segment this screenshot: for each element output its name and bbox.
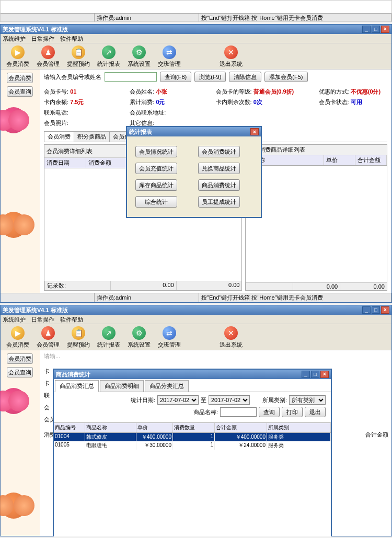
stat-staff[interactable]: 员工提成统计 (198, 196, 240, 208)
menu-sys[interactable]: 系统维护 (3, 316, 26, 323)
query-button[interactable]: 查询(F8) (160, 72, 191, 82)
pquery-button[interactable]: 查询 (259, 407, 280, 417)
tool-member-mgmt[interactable]: ♟会员管理 (35, 326, 61, 348)
tool-shift[interactable]: ⇄交班管理 (156, 326, 182, 348)
menu-daily[interactable]: 日常操作 (31, 316, 54, 323)
tool-member-mgmt[interactable]: ♟会员管理 (35, 45, 61, 67)
minimize-button[interactable]: _ (302, 371, 310, 378)
gear-icon: ⚙ (132, 45, 146, 59)
menu-help[interactable]: 软件帮助 (60, 316, 83, 323)
shift-icon: ⇄ (163, 45, 176, 59)
tool-shift[interactable]: ⇄交班管理 (156, 45, 182, 67)
pexit-button[interactable]: 退出 (305, 407, 326, 417)
toolbar: ▶会员消费 ♟会员管理 📋提醒预约 ↗统计报表 ⚙系统设置 ⇄交班管理 ✕退出系… (1, 43, 391, 70)
side-consume[interactable]: 会员消费 (7, 353, 33, 364)
side-query[interactable]: 会员查询 (7, 86, 33, 97)
flower-decoration (1, 212, 27, 238)
play-icon: ▶ (11, 45, 25, 59)
tool-stats[interactable]: ↗统计报表 (96, 45, 122, 67)
tool-settings[interactable]: ⚙系统设置 (126, 45, 152, 67)
pprint-button[interactable]: 打印 (282, 407, 303, 417)
card-status: 可用 (351, 99, 362, 105)
gear-icon: ⚙ (132, 326, 146, 340)
stat-member-recharge[interactable]: 会员充值统计 (135, 163, 177, 174)
clear-button[interactable]: 清除信息 (229, 72, 261, 82)
search-label: 请输入会员编号或姓名 (44, 73, 101, 81)
tool-consume[interactable]: ▶会员消费 (5, 326, 31, 348)
sidebar: 会员消费 会员查询 (1, 70, 40, 293)
tab-points[interactable]: 积分换商品 (74, 131, 110, 142)
close-icon: ✕ (224, 326, 238, 340)
product-stats-dialog: 商品消费统计 _ □ × 商品消费汇总 商品消费明细 商品分类汇总 统计日期: … (53, 369, 332, 536)
minimize-button[interactable]: _ (362, 306, 371, 314)
main-panel: 请输入会员编号或姓名 查询(F8) 浏览(F9) 清除信息 添加会员(F5) 会… (40, 70, 391, 293)
member-name: 小张 (156, 88, 167, 95)
window-title: 美发管理系统V4.1 标准版 (3, 26, 361, 33)
ptab-detail[interactable]: 商品消费明细 (100, 380, 144, 392)
stat-exchange[interactable]: 兑换商品统计 (198, 163, 240, 174)
top-fragment: 操作员:admin 按"End"键打开钱箱 按"Home"键用无卡会员消费 (0, 0, 392, 22)
key-hint: 按"End"键打开钱箱 按"Home"键用无卡会员消费 (201, 15, 323, 21)
close-icon: ✕ (224, 45, 238, 59)
side-consume[interactable]: 会员消费 (7, 73, 33, 83)
dialog-title: 商品消费统计 (56, 371, 301, 379)
product-list-panel: 会员消费商品详细列表 品名称单价合计金额 0.000.00 (245, 144, 387, 291)
menu-daily[interactable]: 日常操作 (31, 36, 54, 42)
tool-reminder[interactable]: 📋提醒预约 (65, 326, 91, 348)
flower-decoration (1, 107, 27, 133)
menu-sys[interactable]: 系统维护 (3, 36, 26, 42)
browse-button[interactable]: 浏览(F9) (194, 72, 226, 82)
maximize-button[interactable]: □ (372, 26, 380, 33)
side-query[interactable]: 会员查询 (7, 367, 33, 377)
category-select[interactable]: 所有类别 (289, 395, 326, 405)
close-button[interactable]: × (381, 26, 389, 33)
maximize-button[interactable]: □ (311, 371, 319, 378)
tool-stats[interactable]: ↗统计报表 (96, 326, 122, 348)
ptab-summary[interactable]: 商品消费汇总 (55, 380, 99, 392)
search-input[interactable] (105, 72, 157, 82)
note-icon: 📋 (72, 45, 85, 59)
balance: 7.5元 (70, 99, 84, 105)
add-member-button[interactable]: 添加会员(F5) (264, 72, 307, 82)
dialog-close-button[interactable]: × (250, 128, 259, 135)
menubar: 系统维护 日常操作 软件帮助 (1, 34, 391, 43)
tool-reminder[interactable]: 📋提醒预约 (65, 45, 91, 67)
discount-type: 不优惠(0分) (351, 88, 381, 95)
minimize-button[interactable]: _ (362, 26, 371, 33)
panel-title: 会员消费详细列表 (47, 147, 93, 155)
person-icon: ♟ (41, 45, 55, 59)
stat-member-info[interactable]: 会员情况统计 (135, 146, 177, 157)
date-from-select[interactable]: 2017-07-02 (157, 395, 199, 405)
menu-help[interactable]: 软件帮助 (60, 36, 83, 42)
flower-decoration (1, 388, 27, 414)
total-spend: 0元 (156, 99, 165, 105)
stat-combined[interactable]: 综合统计 (135, 196, 177, 208)
dialog-close-button[interactable]: × (320, 371, 329, 378)
member-level: 普通会员(0.9折) (253, 88, 294, 95)
play-icon: ▶ (11, 326, 25, 340)
stat-product-consume[interactable]: 商品消费统计 (198, 179, 240, 191)
chart-icon: ↗ (102, 326, 116, 340)
close-button[interactable]: × (381, 306, 389, 314)
main-window-2: 美发管理系统V4.1 标准版 _ □ × 系统维护 日常操作 软件帮助 ▶会员消… (0, 305, 392, 536)
dialog-title: 统计报表 (129, 128, 152, 136)
date-to-select[interactable]: 2017-07-02 (209, 395, 250, 405)
product-name-input[interactable] (220, 407, 257, 417)
ptab-category[interactable]: 商品分类汇总 (145, 380, 189, 392)
stat-stock[interactable]: 库存商品统计 (135, 179, 177, 191)
stats-dialog: 统计报表× 会员情况统计 会员消费统计 会员充值统计 兑换商品统计 库存商品统计… (126, 126, 262, 218)
tool-settings[interactable]: ⚙系统设置 (126, 326, 152, 348)
table-row[interactable]: 01005 电眼睫毛 ￥30.00000 1 ￥24.00000 服务类 (54, 441, 331, 450)
tool-consume[interactable]: ▶会员消费 (5, 45, 31, 67)
card-no: 01 (70, 88, 76, 95)
tab-consume[interactable]: 会员消费 (44, 131, 74, 142)
note-icon: 📋 (72, 326, 85, 340)
shift-icon: ⇄ (163, 326, 176, 340)
tool-exit[interactable]: ✕退出系统 (218, 45, 244, 67)
tool-exit[interactable]: ✕退出系统 (218, 326, 244, 348)
remain-count: 0次 (253, 99, 262, 105)
table-row[interactable]: 01004 韩式修皮 ￥400.00000 1 ￥400.00000 服务类 (54, 433, 331, 441)
flower-decoration (1, 493, 27, 519)
maximize-button[interactable]: □ (372, 306, 380, 314)
stat-member-consume[interactable]: 会员消费统计 (198, 146, 240, 157)
